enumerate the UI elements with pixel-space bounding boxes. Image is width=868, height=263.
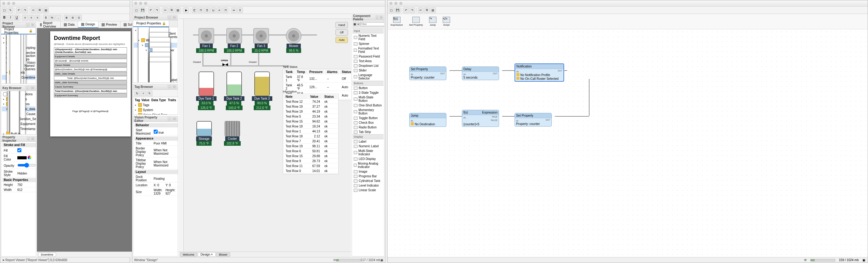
- flow-canvas[interactable]: Set Property IN OUTProperty: counter Del…: [388, 29, 868, 257]
- table-row[interactable]: Test Row 1529.88ok: [284, 154, 338, 158]
- comma-icon[interactable]: ,: [56, 15, 61, 21]
- col-value[interactable]: Value: [141, 98, 150, 102]
- palette-item[interactable]: Spinner: [352, 41, 383, 46]
- port-out[interactable]: OUT: [493, 72, 497, 74]
- grid-view-icon[interactable]: ▦: [353, 21, 356, 27]
- palette-item[interactable]: Language Selector: [352, 73, 383, 81]
- zoom-in-icon[interactable]: ⊕: [64, 15, 69, 21]
- col-tag[interactable]: Tag: [134, 98, 140, 102]
- zoom-fit-icon[interactable]: ⊙: [76, 15, 82, 21]
- palette-item[interactable]: Dropdown List: [352, 63, 383, 68]
- list-view-icon[interactable]: ≡: [357, 21, 359, 27]
- tab-overview[interactable]: Report Overview: [37, 21, 61, 28]
- palette-item[interactable]: Button: [352, 86, 383, 90]
- bold-icon[interactable]: B: [2, 15, 7, 21]
- underline-icon[interactable]: U: [14, 15, 20, 21]
- node-delay[interactable]: Delay IN OUT5 seconds: [462, 67, 499, 80]
- table-col[interactable]: Value: [308, 95, 322, 99]
- row-cause[interactable]: @Cause@ - @count@ events: [54, 59, 127, 63]
- palette-item[interactable]: Password Field: [352, 54, 383, 59]
- palette-item[interactable]: Numeric Text Field: [352, 33, 383, 41]
- maximize-icon[interactable]: □: [30, 86, 35, 90]
- maximize-icon[interactable]: □: [379, 15, 383, 20]
- tab-preview[interactable]: Preview: [98, 21, 121, 28]
- row-static-summary[interactable]: static_data Summary: [54, 80, 127, 85]
- row-static-details[interactable]: static_data Details: [54, 72, 127, 76]
- tag-client[interactable]: ▸Vision Client Tags: [134, 112, 177, 114]
- table-row[interactable]: Test Row 182.12ok: [284, 134, 338, 139]
- palette-item[interactable]: 2-State Toggle: [352, 90, 383, 95]
- tb-new-icon[interactable]: ▢: [2, 7, 7, 13]
- vp-size-w[interactable]: 1329: [154, 192, 160, 195]
- node-set-property-2[interactable]: Set Property IN OUTProperty: counter: [515, 113, 552, 127]
- tb-paste-icon[interactable]: ▤: [175, 7, 181, 13]
- row-total-downtime[interactable]: Total Downtime: @floor(total.Duration_Se…: [54, 89, 127, 93]
- cooler[interactable]: Cooler 102.8 °F: [224, 121, 241, 146]
- dye-tank-2[interactable]: Dye Tank 2 47.5 % 143.0 °F: [224, 71, 244, 110]
- vp-loc-x[interactable]: 0: [157, 184, 159, 187]
- dist-h-icon[interactable]: ⇔: [231, 7, 237, 13]
- prop-stroke-value[interactable]: Hidden: [16, 170, 36, 177]
- edit-icon[interactable]: ✎: [147, 91, 152, 96]
- port-out[interactable]: OUT: [440, 72, 445, 74]
- tool-script[interactable]: </>Script: [443, 17, 450, 26]
- palette-group[interactable]: Input: [352, 29, 383, 33]
- vp-size-h[interactable]: 927: [165, 192, 171, 195]
- port-in[interactable]: IN: [516, 120, 518, 122]
- align-right-icon[interactable]: ⊐: [204, 7, 210, 13]
- italic-icon[interactable]: I: [8, 15, 13, 21]
- tb-play-icon[interactable]: ▶: [183, 7, 189, 13]
- table-row[interactable]: Tank 137.8 °F132...--Off: [284, 75, 351, 83]
- bt-welcome[interactable]: Welcome: [180, 253, 197, 257]
- minimize-icon[interactable]: _: [27, 137, 30, 141]
- prop-height-value[interactable]: 792: [16, 183, 36, 187]
- tb-copy-icon[interactable]: ⧉: [169, 7, 175, 13]
- port-out[interactable]: OUT: [558, 70, 562, 72]
- report-canvas[interactable]: Downtime Report @Date@ - Events above @m…: [37, 28, 144, 252]
- dye-tank-1[interactable]: Dye Tank 1 33.0 % 125.0 °F: [196, 71, 217, 110]
- table-col[interactable]: Note: [284, 95, 308, 99]
- table-row[interactable]: Test Row 144.13ok: [284, 129, 338, 134]
- table-row[interactable]: Test Row 650.81ok: [284, 149, 338, 154]
- row-static-sec[interactable]: @floor(Duration_Sec/60)@ min @Timestamp@: [54, 67, 127, 71]
- show-calc-checkbox[interactable]: [3, 92, 7, 96]
- maximize-icon[interactable]: □: [31, 137, 35, 141]
- opacity-slider[interactable]: [17, 163, 36, 168]
- fan-2[interactable]: Fan 2 100.0 RPM: [224, 28, 244, 53]
- minimize-icon[interactable]: _: [167, 85, 172, 89]
- table-row[interactable]: Test Row 1274.24ok: [284, 100, 338, 104]
- tab-project-props[interactable]: Project Properties🔒: [133, 21, 169, 27]
- row-total-box[interactable]: Total: @floor(total.Duration_Sec/60)@ mi…: [54, 76, 127, 80]
- tb-new-icon[interactable]: ▢: [133, 7, 139, 13]
- align-center-icon[interactable]: ⊓: [198, 7, 204, 13]
- row-eq-details[interactable]: Equipment Details: [54, 55, 127, 59]
- row-cause-summary[interactable]: Cause Summary: [54, 85, 127, 89]
- align-left-icon[interactable]: ⊏: [192, 7, 197, 13]
- palette-item[interactable]: Image: [352, 169, 383, 174]
- vp-dock-value[interactable]: Floating: [152, 175, 178, 183]
- tb-paste-icon[interactable]: ▤: [43, 7, 49, 13]
- palette-item[interactable]: Level Indicator: [352, 183, 383, 188]
- maximize-icon[interactable]: □: [172, 15, 177, 20]
- align-center-icon[interactable]: ≡: [29, 15, 34, 21]
- table-col[interactable]: Temp: [295, 70, 307, 74]
- port-in[interactable]: IN: [517, 70, 519, 73]
- prop-fill-checkbox[interactable]: [17, 148, 21, 152]
- table-row[interactable]: Test Row 1937.27ok: [284, 105, 338, 109]
- minimize-icon[interactable]: _: [375, 15, 379, 20]
- palette-item[interactable]: Cylindrical Tank: [352, 178, 383, 183]
- tag-tags[interactable]: ▸Tags: [134, 102, 177, 107]
- bottom-tab-downtime[interactable]: Downtime: [38, 253, 56, 257]
- palette-item[interactable]: Toggle Button: [352, 116, 383, 120]
- minimize-icon[interactable]: _: [167, 117, 172, 121]
- tb-undo-icon[interactable]: ↶: [16, 7, 22, 13]
- palette-item[interactable]: Formatted Text Field: [352, 46, 383, 54]
- tb-cut-icon[interactable]: ✂: [31, 7, 36, 13]
- maximize-icon[interactable]: □: [172, 85, 177, 89]
- tool-set-property[interactable]: Set Property: [409, 17, 423, 26]
- palette-item[interactable]: Momentary Button: [352, 108, 383, 116]
- palette-item[interactable]: Check Box: [352, 120, 383, 125]
- table-row[interactable]: Test Row 1167.59ok: [284, 164, 338, 168]
- money-icon[interactable]: $: [43, 15, 49, 21]
- fan-1[interactable]: Fan 1 100.0 RPM: [196, 28, 217, 53]
